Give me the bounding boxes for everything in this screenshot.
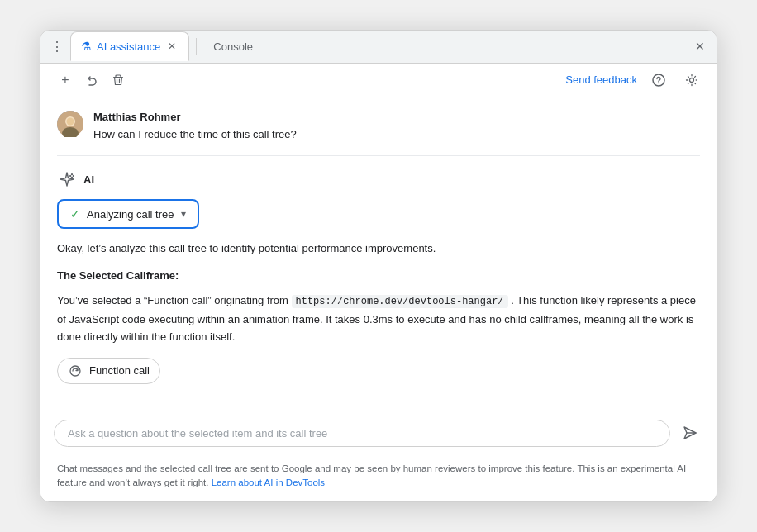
- tab-console[interactable]: Console: [203, 31, 263, 61]
- learn-more-link[interactable]: Learn about AI in DevTools: [212, 477, 325, 487]
- settings-button[interactable]: [680, 69, 703, 92]
- new-chat-button[interactable]: +: [54, 69, 77, 92]
- ai-header: AI: [57, 169, 700, 189]
- console-tab-label: Console: [213, 40, 253, 53]
- tab-bar: ⋮ ⚗ AI assistance ✕ Console ✕: [40, 31, 717, 64]
- undo-button[interactable]: [80, 69, 103, 92]
- trash-icon: [112, 74, 125, 87]
- message-divider: [57, 155, 700, 156]
- callframe-heading-text: The Selected Callframe:: [57, 269, 179, 282]
- function-call-chip-label: Function call: [89, 364, 150, 377]
- svg-point-8: [70, 366, 80, 376]
- toolbar-left: +: [54, 69, 130, 92]
- tab-ai-assistance[interactable]: ⚗ AI assistance ✕: [70, 31, 189, 61]
- toolbar-right: Send feedback: [565, 69, 703, 92]
- ai-response-body: You’ve selected a “Function call” origin…: [57, 292, 700, 346]
- undo-icon: [85, 74, 98, 87]
- svg-point-2: [658, 83, 659, 83]
- analyzing-text: Analyzing call tree: [87, 208, 174, 221]
- help-icon: [652, 74, 665, 87]
- ai-assistance-icon: ⚗: [81, 40, 92, 53]
- user-name: Matthias Rohmer: [93, 111, 700, 123]
- send-icon: [683, 425, 697, 440]
- more-options-icon[interactable]: ⋮: [47, 36, 67, 58]
- ai-icon: [57, 169, 77, 189]
- chat-content: Matthias Rohmer How can I reduce the tim…: [40, 97, 717, 411]
- avatar-image: [57, 111, 83, 137]
- tab-ai-label: AI assistance: [97, 40, 160, 53]
- ai-message: AI ✓ Analyzing call tree ▾ Okay, let’s a…: [57, 169, 700, 387]
- svg-point-3: [690, 78, 694, 82]
- devtools-panel: ⋮ ⚗ AI assistance ✕ Console ✕ +: [40, 30, 717, 502]
- window-close-button[interactable]: ✕: [690, 36, 710, 56]
- ai-label: AI: [83, 173, 94, 186]
- footer-text: Chat messages and the selected call tree…: [57, 462, 700, 491]
- ai-response-intro: Okay, let’s analyze this call tree to id…: [57, 240, 700, 258]
- toolbar: + Send feedback: [40, 64, 717, 97]
- ai-sparkle-icon: [59, 171, 75, 188]
- svg-point-7: [67, 117, 74, 125]
- selected-callframe-heading: The Selected Callframe:: [57, 268, 700, 285]
- clear-button[interactable]: [107, 69, 130, 92]
- tab-divider: [196, 38, 197, 55]
- avatar: [57, 111, 83, 137]
- check-icon: ✓: [70, 207, 80, 221]
- footer: Chat messages and the selected call tree…: [40, 455, 717, 502]
- input-area: [40, 411, 717, 455]
- user-text: How can I reduce the time of this call t…: [93, 126, 700, 143]
- chevron-down-icon: ▾: [181, 208, 186, 220]
- analyzing-call-tree-badge[interactable]: ✓ Analyzing call tree ▾: [57, 199, 199, 229]
- settings-icon: [685, 74, 698, 87]
- response-body-text: You’ve selected a “Function call” origin…: [57, 294, 288, 306]
- tab-bar-left: ⋮ ⚗ AI assistance ✕ Console: [47, 31, 263, 61]
- function-call-chip[interactable]: Function call: [57, 358, 160, 384]
- url-code: https://chrome.dev/devtools-hangar/: [292, 295, 508, 308]
- send-feedback-button[interactable]: Send feedback: [565, 74, 637, 86]
- send-button[interactable]: [677, 420, 703, 446]
- refresh-icon: [69, 364, 82, 378]
- chat-input[interactable]: [54, 420, 670, 447]
- function-call-chip-icon: [68, 363, 83, 378]
- footer-disclaimer: Chat messages and the selected call tree…: [57, 463, 686, 487]
- user-message-body: Matthias Rohmer How can I reduce the tim…: [93, 111, 700, 143]
- help-button[interactable]: [647, 69, 670, 92]
- tab-bar-right: ✕: [690, 36, 710, 56]
- tab-close-icon[interactable]: ✕: [165, 40, 179, 53]
- user-message: Matthias Rohmer How can I reduce the tim…: [57, 111, 700, 143]
